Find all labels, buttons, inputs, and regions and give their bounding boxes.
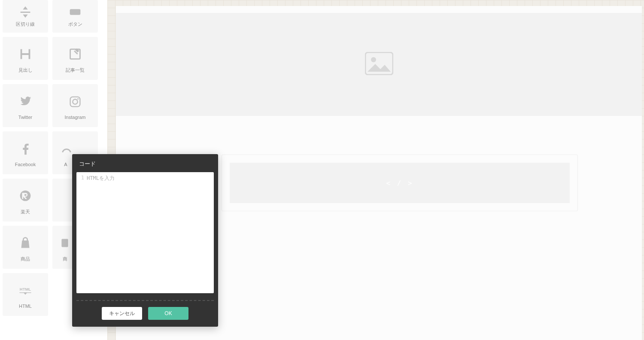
- widget-instagram[interactable]: Instagram: [52, 84, 98, 127]
- code-modal: コード 1 HTMLを入力 キャンセル OK: [72, 154, 218, 327]
- widget-heading[interactable]: 見出し: [3, 37, 48, 80]
- rakuten-icon: [17, 185, 33, 206]
- widget-label: 記事一覧: [66, 67, 85, 73]
- image-icon: [365, 52, 393, 77]
- instagram-icon: [67, 91, 83, 112]
- widget-label: 商品: [21, 256, 30, 262]
- widget-label: Instagram: [65, 115, 86, 120]
- content-container[interactable]: < / >: [222, 155, 578, 211]
- code-block-placeholder[interactable]: < / >: [230, 163, 570, 203]
- widget-rakuten[interactable]: 楽天: [3, 179, 48, 222]
- divider-icon: [17, 6, 33, 18]
- code-editor[interactable]: 1 HTMLを入力: [76, 172, 214, 293]
- ok-button[interactable]: OK: [148, 307, 188, 320]
- widget-html[interactable]: HTML HTML: [3, 273, 48, 316]
- svg-point-7: [77, 98, 79, 100]
- twitter-icon: [17, 91, 33, 112]
- widget-label: A: [64, 162, 67, 167]
- modal-actions: キャンセル OK: [76, 307, 214, 320]
- facebook-icon: [17, 139, 33, 159]
- cancel-button[interactable]: キャンセル: [102, 307, 142, 320]
- widget-label: 楽天: [21, 209, 30, 215]
- widget-label: ボタン: [68, 21, 82, 27]
- svg-marker-0: [23, 6, 27, 9]
- svg-point-14: [371, 57, 376, 62]
- widget-label: Twitter: [18, 115, 32, 120]
- widget-article-list[interactable]: 記事一覧: [52, 37, 98, 80]
- svg-point-6: [73, 99, 77, 104]
- button-icon: [67, 6, 83, 18]
- code-icon: < / >: [386, 179, 413, 187]
- svg-rect-1: [21, 12, 30, 13]
- widget-label: 区切り線: [16, 21, 35, 27]
- html-icon: HTML: [17, 280, 33, 301]
- svg-rect-3: [70, 9, 81, 15]
- heading-icon: [17, 44, 33, 64]
- svg-rect-9: [61, 239, 68, 247]
- article-icon: [67, 44, 83, 64]
- svg-text:HTML: HTML: [20, 287, 31, 291]
- modal-separator: [76, 300, 214, 301]
- widget-label: 見出し: [18, 67, 33, 73]
- editor-placeholder: HTMLを入力: [87, 175, 115, 291]
- generic-icon: [57, 233, 73, 253]
- svg-marker-11: [24, 293, 27, 295]
- widget-label: HTML: [19, 304, 32, 309]
- widget-button[interactable]: ボタン: [52, 0, 98, 33]
- svg-rect-5: [70, 97, 80, 107]
- svg-marker-2: [23, 14, 27, 18]
- widget-label: 商: [63, 256, 67, 262]
- widget-label: Facebook: [15, 162, 36, 167]
- modal-title: コード: [76, 160, 214, 172]
- widget-facebook[interactable]: Facebook: [3, 131, 48, 174]
- widget-divider[interactable]: 区切り線: [3, 0, 48, 33]
- image-placeholder-block[interactable]: [116, 13, 642, 116]
- line-number: 1: [80, 175, 84, 181]
- line-number-gutter: 1: [80, 175, 87, 291]
- widget-product[interactable]: 商品: [3, 226, 48, 269]
- widget-twitter[interactable]: Twitter: [3, 84, 48, 127]
- shopping-bag-icon: [17, 233, 33, 253]
